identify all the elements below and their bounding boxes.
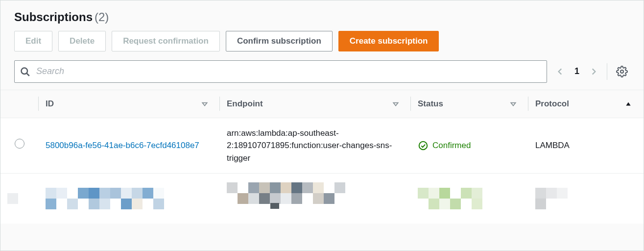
endpoint-column-header[interactable]: Endpoint xyxy=(220,90,411,118)
panel-count: (2) xyxy=(95,10,109,24)
svg-marker-4 xyxy=(393,102,398,105)
subscriptions-table-wrapper: ID Endpoint xyxy=(0,90,644,224)
subscriptions-table: ID Endpoint xyxy=(0,90,644,224)
panel-header: Subscriptions (2) Edit Delete Request co… xyxy=(0,10,644,90)
endpoint-cell-redacted xyxy=(220,174,411,224)
delete-button[interactable]: Delete xyxy=(58,31,106,51)
panel-title: Subscriptions xyxy=(14,10,93,24)
page-number: 1 xyxy=(572,66,582,76)
endpoint-header-label: Endpoint xyxy=(227,99,263,109)
svg-point-7 xyxy=(419,142,428,150)
sort-asc-icon xyxy=(625,100,632,107)
paginator: 1 xyxy=(556,66,598,76)
status-cell-redacted xyxy=(411,174,528,224)
protocol-column-header[interactable]: Protocol xyxy=(528,90,644,118)
endpoint-cell: arn:aws:lambda:ap-southeast-2:1891070718… xyxy=(220,118,411,174)
create-subscription-button[interactable]: Create subscription xyxy=(338,31,439,51)
next-page-button[interactable] xyxy=(589,67,598,76)
sort-icon xyxy=(510,100,517,107)
id-header-label: ID xyxy=(46,99,54,109)
protocol-cell: LAMBDA xyxy=(528,118,644,174)
status-text: Confirmed xyxy=(432,139,471,152)
status-column-header[interactable]: Status xyxy=(411,90,528,118)
status-header-label: Status xyxy=(418,99,443,109)
title-row: Subscriptions (2) xyxy=(14,10,630,24)
sort-icon xyxy=(201,100,208,107)
id-cell: 5800b96a-fe56-41ae-b6c6-7ecfd46108e7 xyxy=(39,118,220,174)
status-cell: Confirmed xyxy=(411,118,528,174)
subscription-id-link[interactable]: 5800b96a-fe56-41ae-b6c6-7ecfd46108e7 xyxy=(46,141,199,150)
search-input[interactable] xyxy=(14,60,547,83)
confirm-subscription-button[interactable]: Confirm subscription xyxy=(226,31,333,51)
table-row-redacted xyxy=(0,174,644,224)
protocol-header-label: Protocol xyxy=(535,99,569,109)
svg-point-2 xyxy=(620,70,623,73)
svg-marker-6 xyxy=(626,102,630,105)
row-select-cell[interactable] xyxy=(0,118,39,174)
select-column-header xyxy=(0,90,39,118)
radio-icon[interactable] xyxy=(15,139,24,149)
prev-page-button[interactable] xyxy=(556,67,565,76)
svg-point-0 xyxy=(22,68,28,74)
success-icon xyxy=(418,140,429,151)
sort-icon xyxy=(392,100,399,107)
table-row[interactable]: 5800b96a-fe56-41ae-b6c6-7ecfd46108e7 arn… xyxy=(0,118,644,174)
svg-marker-5 xyxy=(511,102,515,105)
svg-marker-3 xyxy=(202,102,207,105)
row-select-cell-redacted xyxy=(0,174,39,224)
table-header-row: ID Endpoint xyxy=(0,90,644,118)
protocol-cell-redacted xyxy=(528,174,644,224)
search-box xyxy=(14,60,547,83)
request-confirmation-button[interactable]: Request confirmation xyxy=(112,31,220,51)
id-column-header[interactable]: ID xyxy=(39,90,220,118)
search-icon xyxy=(20,67,30,76)
toolbar-divider xyxy=(607,63,607,80)
search-row: 1 xyxy=(14,60,630,83)
edit-button[interactable]: Edit xyxy=(14,31,52,51)
svg-line-1 xyxy=(27,74,29,76)
action-button-row: Edit Delete Request confirmation Confirm… xyxy=(14,31,630,51)
settings-button[interactable] xyxy=(616,66,630,77)
id-cell-redacted xyxy=(39,174,220,224)
subscriptions-panel: Subscriptions (2) Edit Delete Request co… xyxy=(0,0,644,251)
